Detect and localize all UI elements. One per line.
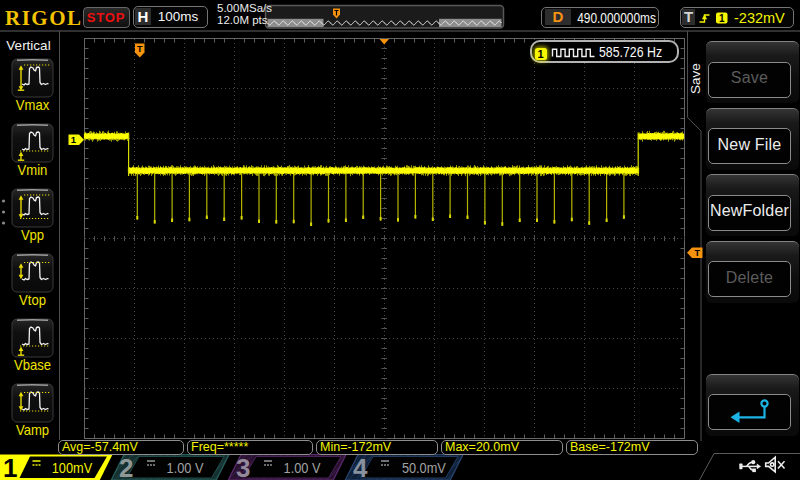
svg-text:T: T: [695, 248, 701, 258]
svg-text:1: 1: [71, 134, 77, 145]
svg-text:T: T: [137, 44, 143, 54]
svg-text:1: 1: [719, 12, 725, 23]
